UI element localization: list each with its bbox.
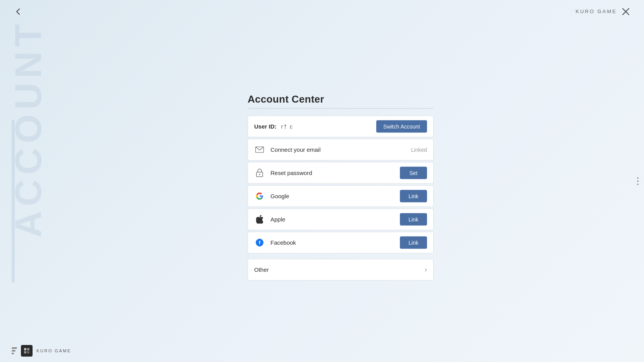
bottom-brand-text: KURO GAME	[36, 348, 71, 353]
link-google-button[interactable]: Link	[400, 190, 427, 202]
apple-row: Apple Link	[248, 208, 434, 230]
svg-point-2	[259, 174, 260, 175]
chevron-right-icon: ›	[425, 266, 427, 274]
logo-bar-2	[12, 350, 15, 352]
other-row[interactable]: Other ›	[248, 259, 434, 280]
google-row: Google Link	[248, 185, 434, 207]
back-button[interactable]	[11, 4, 26, 19]
logo-icon-box	[21, 345, 33, 357]
facebook-label: Facebook	[270, 239, 400, 246]
google-icon	[254, 190, 265, 201]
apple-label: Apple	[270, 216, 400, 223]
user-id-row: User ID: r† c Switch Account	[248, 115, 434, 137]
title-divider	[248, 108, 434, 108]
dot-1	[637, 177, 639, 179]
svg-rect-6	[27, 351, 29, 353]
google-label: Google	[270, 193, 400, 199]
email-status: Linked	[411, 146, 427, 153]
set-password-button[interactable]: Set	[400, 166, 427, 179]
email-row: Connect your email Linked	[248, 139, 434, 160]
password-label: Reset password	[270, 170, 400, 176]
close-button[interactable]	[618, 4, 633, 19]
left-sidebar-decoration	[12, 120, 15, 283]
logo-bar-3	[12, 353, 14, 354]
top-bar	[0, 0, 644, 23]
svg-rect-3	[24, 348, 26, 350]
facebook-icon: f	[254, 237, 265, 248]
switch-account-button[interactable]: Switch Account	[376, 120, 427, 132]
link-facebook-button[interactable]: Link	[400, 236, 427, 249]
link-apple-button[interactable]: Link	[400, 213, 427, 225]
user-id-label: User ID:	[254, 123, 277, 130]
main-content: Account Center User ID: r† c Switch Acco…	[248, 93, 434, 280]
dot-3	[637, 184, 639, 185]
facebook-icon-inner: f	[256, 238, 263, 246]
other-label: Other	[254, 266, 425, 273]
svg-rect-4	[27, 348, 29, 350]
svg-rect-5	[24, 351, 26, 353]
user-id-value: r† c	[281, 123, 377, 129]
dot-2	[637, 180, 639, 182]
lock-icon	[254, 167, 265, 178]
email-icon	[254, 144, 265, 155]
password-row: Reset password Set	[248, 162, 434, 184]
page-title: Account Center	[248, 93, 434, 105]
email-label: Connect your email	[270, 146, 411, 153]
right-dots-decoration	[637, 177, 639, 185]
apple-icon	[254, 214, 265, 225]
logo-bar-1	[12, 347, 17, 349]
facebook-row: f Facebook Link	[248, 232, 434, 253]
